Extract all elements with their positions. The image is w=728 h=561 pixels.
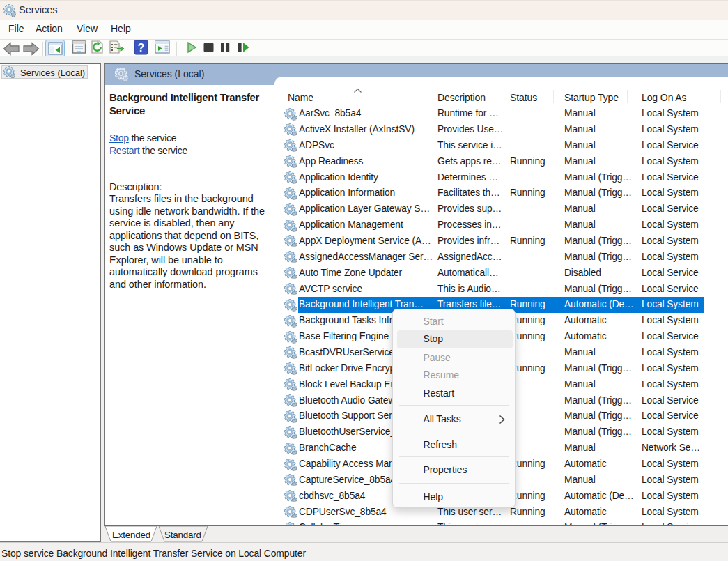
svg-text:?: ? xyxy=(138,42,145,54)
